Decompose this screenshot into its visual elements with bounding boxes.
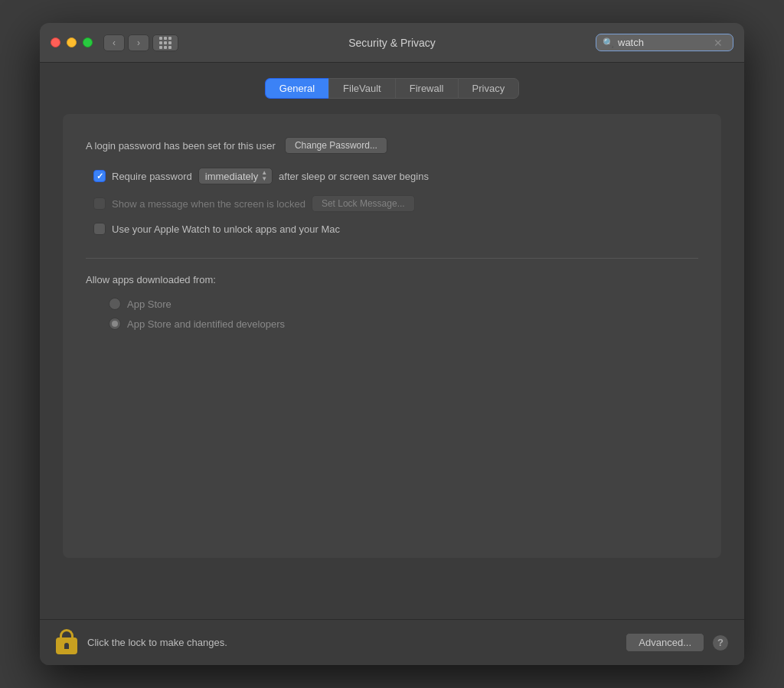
apple-watch-row: Use your Apple Watch to unlock apps and … [93, 223, 698, 235]
radio-selected-dot [112, 321, 118, 327]
close-button[interactable] [51, 37, 60, 47]
password-timing-dropdown[interactable]: immediately ▲ ▼ [198, 168, 273, 184]
window-title: Security & Privacy [348, 37, 436, 49]
require-password-row: ✓ Require password immediately ▲ ▼ after… [93, 168, 698, 184]
content-area: General FileVault Firewall Privacy A log… [40, 63, 744, 619]
checkmark-icon: ✓ [96, 172, 103, 181]
lock-body [56, 637, 77, 654]
bottom-right-actions: Advanced... ? [626, 633, 729, 652]
search-box[interactable]: 🔍 ✕ [596, 34, 733, 51]
grid-view-button[interactable] [152, 34, 178, 51]
lock-shackle [60, 629, 74, 638]
lock-instruction-text: Click the lock to make changes. [87, 637, 227, 648]
main-window: ‹ › Security & Privacy 🔍 ✕ General [40, 23, 744, 665]
settings-panel: A login password has been set for this u… [63, 114, 721, 558]
tab-privacy[interactable]: Privacy [458, 78, 520, 99]
titlebar: ‹ › Security & Privacy 🔍 ✕ [40, 23, 744, 63]
advanced-button[interactable]: Advanced... [626, 633, 704, 652]
tab-filevault[interactable]: FileVault [328, 78, 395, 99]
grid-icon [159, 37, 172, 49]
app-store-identified-radio[interactable] [109, 318, 121, 330]
maximize-button[interactable] [83, 37, 93, 47]
lock-icon [55, 629, 78, 657]
lock-keyhole [64, 643, 69, 649]
forward-button[interactable]: › [128, 34, 149, 51]
show-message-label: Show a message when the screen is locked [112, 198, 305, 210]
app-store-label: App Store [127, 298, 172, 310]
back-button[interactable]: ‹ [103, 34, 125, 51]
set-lock-message-button: Set Lock Message... [312, 195, 415, 212]
app-store-identified-label: App Store and identified developers [127, 318, 285, 330]
login-password-label: A login password has been set for this u… [86, 140, 276, 152]
traffic-lights [51, 37, 93, 47]
require-password-label: Require password [112, 171, 192, 182]
nav-buttons: ‹ › [103, 34, 149, 51]
change-password-button[interactable]: Change Password... [285, 137, 387, 154]
section-divider [86, 258, 698, 259]
search-icon: 🔍 [603, 37, 614, 48]
after-sleep-label: after sleep or screen saver begins [279, 171, 429, 182]
radio-app-store-row: App Store [109, 298, 698, 310]
show-message-row: Show a message when the screen is locked… [93, 195, 698, 212]
lock-button[interactable]: Click the lock to make changes. [55, 629, 227, 657]
allow-apps-label: Allow apps downloaded from: [86, 274, 698, 285]
bottom-bar: Click the lock to make changes. Advanced… [40, 619, 744, 665]
apple-watch-checkbox[interactable] [93, 223, 106, 235]
dropdown-arrows-icon: ▲ ▼ [261, 170, 267, 182]
help-button[interactable]: ? [712, 634, 729, 651]
app-store-radio[interactable] [109, 298, 121, 310]
require-password-checkbox[interactable]: ✓ [93, 170, 106, 182]
search-clear-button[interactable]: ✕ [714, 37, 723, 48]
forward-icon: › [137, 37, 140, 48]
login-password-row: A login password has been set for this u… [86, 137, 698, 154]
back-icon: ‹ [113, 37, 116, 48]
tab-bar: General FileVault Firewall Privacy [63, 78, 721, 99]
tab-firewall[interactable]: Firewall [395, 78, 458, 99]
tab-general[interactable]: General [265, 78, 328, 99]
minimize-button[interactable] [67, 37, 77, 47]
radio-app-store-identified-row: App Store and identified developers [109, 318, 698, 330]
apple-watch-label: Use your Apple Watch to unlock apps and … [112, 223, 340, 235]
show-message-checkbox [93, 197, 106, 210]
search-input[interactable] [618, 37, 710, 48]
immediately-label: immediately [205, 171, 258, 182]
